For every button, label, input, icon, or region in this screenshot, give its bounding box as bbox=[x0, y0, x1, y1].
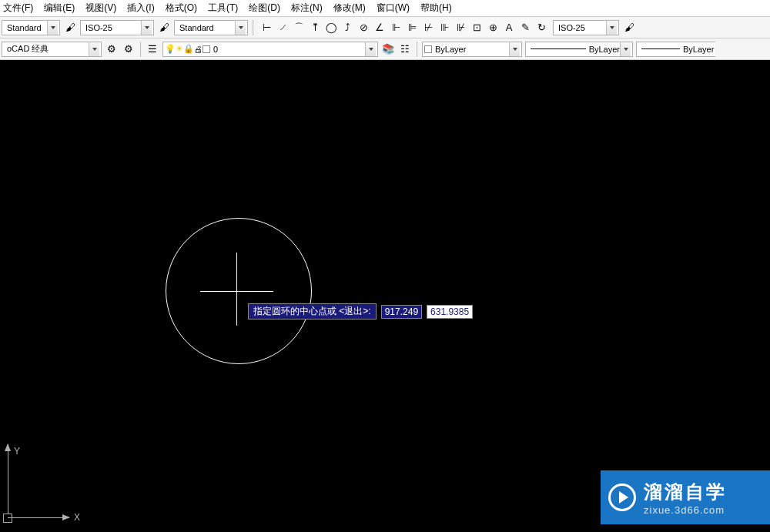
sun-icon: ☀ bbox=[176, 44, 183, 54]
style-dropdown[interactable]: Standard bbox=[2, 20, 60, 35]
menu-view[interactable]: 视图(V) bbox=[85, 2, 116, 15]
dim-text-edit-icon[interactable]: ✎ bbox=[518, 21, 532, 35]
brush-icon-3[interactable]: 🖌 bbox=[622, 21, 636, 35]
color-dropdown[interactable]: ByLayer bbox=[422, 42, 522, 57]
line-sample-icon bbox=[531, 49, 586, 49]
tolerance-icon[interactable]: ⊡ bbox=[470, 21, 484, 35]
menu-insert[interactable]: 插入(I) bbox=[127, 2, 154, 15]
layer-value: 0 bbox=[210, 45, 365, 54]
layer-props-icon[interactable]: 📚 bbox=[381, 42, 395, 56]
chevron-down-icon bbox=[141, 21, 152, 35]
toolbar-row-1: Standard 🖌 ISO-25 🖌 Standard ⊢ ⟋ ⌒ ⤒ ◯ ⤴… bbox=[0, 17, 770, 38]
ucs-icon: Y X bbox=[2, 444, 79, 529]
dim-arc-icon[interactable]: ⌒ bbox=[292, 21, 306, 35]
bylayer-square-icon bbox=[424, 45, 432, 53]
gear2-icon[interactable]: ⚙ bbox=[122, 42, 136, 56]
drawing-canvas[interactable]: 指定圆环的中心点或 <退出>: 917.249 631.9385 Y X 溜溜自… bbox=[0, 60, 770, 532]
brush-icon-2[interactable]: 🖌 bbox=[157, 21, 171, 35]
linetype-dropdown[interactable]: ByLayer bbox=[636, 42, 715, 57]
dynamic-prompt: 指定圆环的中心点或 <退出>: bbox=[248, 303, 377, 320]
color-square-icon bbox=[203, 45, 210, 53]
menu-bar: 文件(F) 编辑(E) 视图(V) 插入(I) 格式(O) 工具(T) 绘图(D… bbox=[0, 0, 770, 17]
menu-window[interactable]: 窗口(W) bbox=[377, 2, 410, 15]
dim-linear-icon[interactable]: ⊢ bbox=[259, 21, 273, 35]
toolbar-row-2: oCAD 经典 ⚙ ⚙ ☰ 💡 ☀ 🔒 🖨 0 📚 ☷ ByLayer ByLa… bbox=[0, 38, 770, 60]
chevron-down-icon bbox=[47, 21, 58, 35]
textstyle-dropdown[interactable]: Standard bbox=[174, 20, 248, 35]
ucs-origin-box bbox=[3, 514, 12, 523]
dimstyle2-value: ISO-25 bbox=[555, 23, 606, 32]
ucs-x-axis bbox=[8, 517, 69, 518]
gear-icon[interactable]: ⚙ bbox=[105, 42, 119, 56]
watermark-url: zixue.3d66.com bbox=[644, 504, 727, 516]
textstyle-value: Standard bbox=[176, 23, 235, 32]
update-icon[interactable]: ↻ bbox=[534, 21, 548, 35]
style-value: Standard bbox=[4, 23, 47, 32]
x-coord-input[interactable]: 917.249 bbox=[381, 305, 422, 319]
menu-tools[interactable]: 工具(T) bbox=[208, 2, 238, 15]
menu-file[interactable]: 文件(F) bbox=[3, 2, 33, 15]
dim-angular-icon[interactable]: ∠ bbox=[373, 21, 387, 35]
lock-icon: 🔒 bbox=[183, 44, 194, 54]
lineweight-value: ByLayer bbox=[589, 45, 620, 54]
y-coord-input[interactable]: 631.9385 bbox=[427, 305, 473, 319]
dimstyle-dropdown[interactable]: ISO-25 bbox=[80, 20, 154, 35]
ucs-x-label: X bbox=[74, 512, 80, 523]
donut-preview bbox=[166, 218, 312, 364]
divider bbox=[140, 42, 141, 57]
print-icon: 🖨 bbox=[194, 45, 203, 54]
chevron-down-icon bbox=[620, 42, 631, 56]
layers-icon[interactable]: ☰ bbox=[146, 42, 159, 56]
divider bbox=[417, 42, 417, 57]
layer-dropdown[interactable]: 💡 ☀ 🔒 🖨 0 bbox=[162, 42, 378, 57]
divider bbox=[253, 20, 253, 35]
dim-ordinate-icon[interactable]: ⤒ bbox=[308, 21, 322, 35]
workspace-dropdown[interactable]: oCAD 经典 bbox=[2, 42, 102, 57]
dim-jogged-icon[interactable]: ⤴ bbox=[340, 21, 354, 35]
dim-break-icon[interactable]: ⊮ bbox=[454, 21, 467, 35]
menu-help[interactable]: 帮助(H) bbox=[420, 2, 452, 15]
watermark: 溜溜自学 zixue.3d66.com bbox=[601, 470, 770, 524]
continue-icon[interactable]: ⊬ bbox=[421, 21, 435, 35]
center-mark-icon[interactable]: ⊕ bbox=[486, 21, 500, 35]
lineweight-dropdown[interactable]: ByLayer bbox=[525, 42, 633, 57]
dimstyle-value: ISO-25 bbox=[82, 23, 141, 32]
dim-edit-icon[interactable]: A bbox=[502, 21, 516, 35]
ucs-y-axis bbox=[8, 444, 8, 514]
menu-modify[interactable]: 修改(M) bbox=[333, 2, 366, 15]
play-icon bbox=[608, 483, 636, 511]
baseline-icon[interactable]: ⊫ bbox=[405, 21, 419, 35]
chevron-down-icon bbox=[509, 42, 520, 56]
ucs-y-label: Y bbox=[14, 446, 20, 457]
dim-diameter-icon[interactable]: ⊘ bbox=[357, 21, 370, 35]
chevron-down-icon bbox=[606, 21, 617, 35]
dim-aligned-icon[interactable]: ⟋ bbox=[276, 21, 290, 35]
watermark-title: 溜溜自学 bbox=[644, 480, 727, 504]
quick-dim-icon[interactable]: ⊩ bbox=[389, 21, 403, 35]
menu-edit[interactable]: 编辑(E) bbox=[44, 2, 75, 15]
menu-annotation[interactable]: 标注(N) bbox=[291, 2, 323, 15]
menu-format[interactable]: 格式(O) bbox=[166, 2, 197, 15]
dynamic-input: 指定圆环的中心点或 <退出>: 917.249 631.9385 bbox=[248, 303, 473, 320]
chevron-down-icon bbox=[89, 42, 99, 56]
chevron-down-icon bbox=[235, 21, 246, 35]
layer-states-icon[interactable]: ☷ bbox=[398, 42, 412, 56]
dim-space-icon[interactable]: ⊪ bbox=[437, 21, 451, 35]
workspace-value: oCAD 经典 bbox=[4, 43, 89, 55]
line-sample-icon bbox=[641, 49, 680, 49]
brush-icon[interactable]: 🖌 bbox=[63, 21, 77, 35]
dim-radius-icon[interactable]: ◯ bbox=[324, 21, 338, 35]
dimstyle2-dropdown[interactable]: ISO-25 bbox=[553, 20, 619, 35]
color-value: ByLayer bbox=[432, 45, 509, 54]
chevron-down-icon bbox=[365, 42, 376, 56]
menu-draw[interactable]: 绘图(D) bbox=[249, 2, 280, 15]
bulb-icon: 💡 bbox=[165, 44, 176, 54]
linetype-value: ByLayer bbox=[683, 45, 714, 54]
